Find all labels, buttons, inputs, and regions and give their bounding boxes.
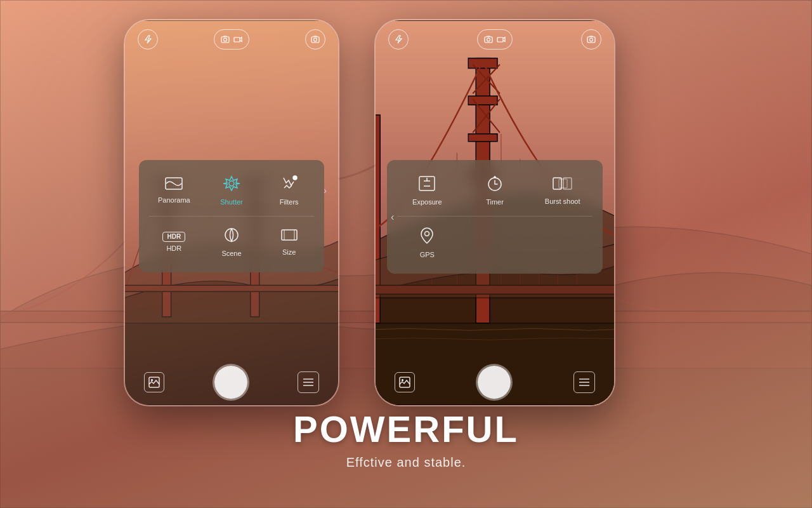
shutter-button-left[interactable] (214, 366, 247, 399)
exposure-icon (418, 175, 436, 194)
phone-right-topbar (376, 20, 614, 58)
panorama-label: Panorama (158, 196, 190, 204)
svg-point-21 (224, 38, 227, 41)
subheadline: Effctive and stable. (0, 455, 812, 470)
burst-label: Burst shoot (545, 197, 580, 205)
exposure-label: Exposure (412, 198, 442, 206)
menu-item-gps[interactable]: GPS (393, 218, 461, 267)
menu-item-scene[interactable]: Scene (203, 218, 261, 266)
svg-point-56 (487, 38, 490, 41)
filters-label: Filters (280, 198, 299, 206)
scene-icon (223, 227, 240, 246)
svg-point-70 (425, 232, 429, 236)
menu-item-exposure[interactable]: Exposure (393, 166, 461, 215)
flash-icon-left[interactable] (138, 29, 158, 50)
svg-rect-58 (587, 37, 595, 43)
svg-point-59 (590, 38, 593, 41)
svg-rect-18 (125, 285, 338, 291)
gps-icon (419, 227, 435, 247)
burst-icon (553, 176, 573, 194)
timer-label: Timer (486, 198, 504, 206)
timer-icon (487, 175, 503, 194)
selfie-icon-left[interactable] (305, 29, 325, 50)
hdr-icon: HDR (162, 232, 185, 242)
menu-button-right[interactable] (573, 371, 595, 393)
scene-label: Scene (221, 250, 241, 257)
svg-rect-22 (234, 37, 240, 42)
svg-point-26 (229, 181, 234, 186)
phone-left: Panorama Shutter (124, 19, 339, 406)
gallery-button-right[interactable] (395, 372, 415, 392)
svg-rect-23 (311, 37, 319, 43)
size-icon (280, 228, 298, 244)
menu-panel-left: Panorama Shutter (139, 160, 324, 272)
size-label: Size (282, 248, 296, 256)
svg-rect-20 (221, 37, 229, 43)
menu-panel-right: ‹ Exposure (387, 160, 603, 274)
menu-item-filters[interactable]: Filters › (260, 166, 318, 215)
menu-item-panorama[interactable]: Panorama (145, 166, 203, 215)
panorama-icon (165, 177, 183, 192)
svg-rect-37 (468, 58, 497, 69)
svg-rect-55 (485, 37, 492, 43)
svg-point-28 (225, 229, 238, 241)
shutter-button-right[interactable] (478, 366, 511, 399)
svg-point-72 (402, 379, 403, 381)
svg-point-31 (151, 379, 153, 381)
flash-icon-right[interactable] (388, 29, 409, 50)
shutter-icon (223, 175, 240, 194)
camera-mode-icon-left[interactable] (214, 29, 249, 50)
gallery-button-left[interactable] (144, 372, 164, 392)
phone-right: ‹ Exposure (374, 19, 615, 406)
svg-rect-39 (468, 134, 497, 142)
phone-left-topbar (125, 20, 338, 58)
menu-item-timer[interactable]: Timer (461, 166, 529, 215)
svg-rect-57 (497, 37, 503, 42)
gps-label: GPS (420, 251, 435, 258)
svg-point-24 (314, 38, 317, 41)
phone-left-bottombar (125, 359, 338, 405)
shutter-label: Shutter (220, 198, 242, 206)
filters-icon (281, 175, 298, 194)
arrow-right-icon: › (324, 185, 327, 196)
svg-rect-38 (468, 96, 497, 105)
camera-mode-icon-right[interactable] (477, 29, 513, 50)
selfie-icon-right[interactable] (581, 29, 601, 50)
menu-item-hdr[interactable]: HDR HDR (145, 218, 203, 266)
menu-item-burst[interactable]: Burst shoot (528, 166, 596, 215)
phone-right-bottombar (376, 359, 614, 405)
headline: POWERFUL (0, 408, 812, 450)
menu-button-left[interactable] (298, 371, 319, 393)
menu-item-size[interactable]: Size (260, 218, 318, 266)
menu-item-shutter[interactable]: Shutter (203, 166, 261, 215)
text-section: POWERFUL Effctive and stable. (0, 408, 812, 470)
hdr-label: HDR (166, 244, 181, 252)
svg-point-27 (293, 176, 297, 180)
